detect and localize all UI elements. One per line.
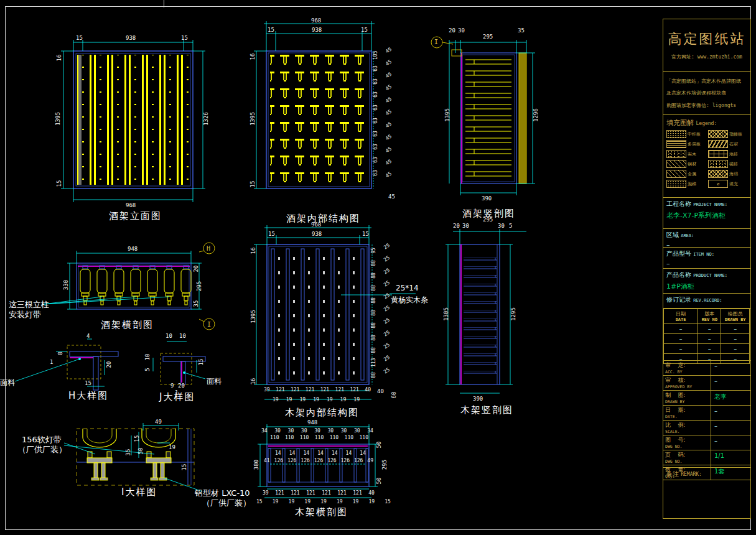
section-marker-h: H (207, 245, 210, 252)
annotation-aluminium-line2: （厂供厂装） (202, 498, 251, 509)
dim-label: 938 (312, 231, 322, 237)
dim-label: 968 (311, 221, 321, 228)
dim-label: 15 (56, 180, 62, 187)
dim-label: 49 (155, 419, 162, 425)
hatch-swatch (666, 160, 686, 168)
dim-label: 45 (388, 193, 395, 200)
rev-record-box: 修订记录 REV.RECORD: (663, 294, 751, 309)
sign-row-label: 图 号: DWG NO. (663, 435, 711, 450)
view-title: 酒架立面图 (109, 210, 162, 222)
view-wood-frame-horizontal-section: 948 343030303030303034 11011011011011011… (248, 418, 403, 523)
legend-item: 石材 (708, 140, 747, 148)
blurb-box: 「高定图纸站」高定木作品牌图纸 及高定木作培训课程模块商 购图请加老李微信: l… (663, 72, 751, 115)
dim-label: 15 (362, 231, 369, 237)
legend-item: 钢材 (666, 160, 706, 168)
project-value: 老李-X7-P系列酒柜 (666, 211, 747, 220)
hatch-swatch (666, 140, 686, 148)
rev-table-cell: – (721, 323, 750, 334)
dim-label: 50 (138, 448, 144, 455)
dim-label: 1395 (444, 108, 450, 122)
legend-grid: 中纤板 指接板 多层板 石材 实木 地砖 钢材 磁砖 金属 海绵 泡棉 ∅填充 (666, 130, 747, 188)
cad-sheet: 15 938 15 16 1395 15 1326 968 酒架立面图 (0, 0, 756, 535)
sign-row-value: – (711, 361, 750, 375)
view-detail-j: 10 10 10 5 15 9 20 1 面料 J大样图 (143, 333, 240, 406)
area-box: 区域 AREA: – (663, 229, 751, 248)
legend-item: 磁砖 (708, 160, 747, 168)
dim-label: 30 (458, 27, 465, 34)
dim-label: 968 (311, 17, 321, 24)
dim-label: 15 (268, 27, 274, 33)
dim-label: 8 (57, 351, 63, 355)
sign-row: 页 码: DWG NO. 1/1 (663, 450, 750, 465)
dim-label: 390 (482, 195, 492, 202)
dim-label: 35 (125, 449, 131, 456)
dim-label: 1395 (250, 112, 256, 126)
dim-row-bottom2: 151919191919191915 (256, 499, 391, 505)
dim-label: 15 (76, 35, 83, 41)
view-title: 酒架横剖图 (101, 319, 154, 331)
vertical-section-drawing (428, 24, 537, 221)
dim-row-bottom2: 19191919191919 (273, 397, 360, 402)
dim-label: 295 (483, 216, 493, 223)
legend-item: 中纤板 (666, 130, 706, 138)
dim-label: 30 (498, 223, 505, 229)
item-value: – (666, 259, 747, 268)
dim-label: 330 (63, 280, 69, 290)
view-wine-rack-internal: 968 15 938 15 16 1395 15 105636363636363… (248, 17, 402, 225)
brand-box: 高定图纸站 官方网址: www.zmtuzhi.com (663, 19, 751, 72)
dim-label: 1296 (533, 108, 539, 122)
dim-row-top1: 343030303030303034 (261, 428, 373, 434)
sign-row-label: 审 核: APPROVED BY (663, 376, 711, 390)
dim-label: 16 (250, 248, 256, 254)
view-wine-rack-vertical-section: I 20 30 295 35 1395 1296 390 酒架竖剖图 (428, 24, 537, 221)
hatch-swatch (708, 130, 728, 138)
view-wood-frame-vertical-section: 20 30 295 30 5 1305 1295 390 木架竖剖图 (428, 223, 543, 417)
item-label: 产品型号 ITEM NO: (666, 249, 747, 258)
dim-label: 295 (381, 460, 388, 470)
sign-row: 图 号: DWG NO. – (663, 435, 750, 450)
dim-label: 938 (312, 27, 322, 33)
view-title: I大样图 (121, 486, 157, 498)
legend-item: 海绵 (708, 170, 747, 178)
rev-table-cell: – (663, 333, 698, 344)
dim-label: 16 (250, 378, 256, 385)
dim-column-right-inner: 95888888888888888811388 (371, 246, 380, 379)
legend-title-cn: 填充图解 (666, 119, 694, 127)
dim-label: 1395 (250, 310, 256, 323)
legend-item: 实木 (666, 150, 706, 158)
sign-row-label: 审 定: ACC. BY (663, 361, 711, 375)
project-label: 工程名称 PROJECT NAME: (666, 200, 747, 208)
dim-label: 15 (268, 231, 275, 237)
rev-table-header-cell: 日期DATE (663, 309, 698, 324)
sign-rows-box: 审 定: ACC. BY – 审 核: APPROVED BY – 制 图: D… (663, 361, 751, 468)
legend-item: 指接板 (708, 130, 747, 138)
dim-label: 938 (126, 35, 136, 41)
dim-label: 15 (198, 359, 204, 366)
dim-label: 30 (462, 223, 469, 229)
rev-table-cell: – (721, 343, 750, 354)
view-detail-h: 4 8 1 20 15 面料 H大样图 (0, 333, 165, 404)
dim-label: 9 (170, 383, 174, 389)
dim-row-bottom1: 3912112112112112112140 (264, 387, 371, 393)
dim-label: 10 (179, 333, 186, 339)
title-block-panel: 高定图纸站 官方网址: www.zmtuzhi.com 「高定图纸站」高定木作品… (663, 19, 751, 526)
sign-row-value: – (711, 376, 750, 390)
section-marker-i: I (207, 321, 211, 328)
dim-label: 60 (391, 392, 397, 399)
dim-label: 15 (181, 464, 187, 471)
sign-row: 审 核: APPROVED BY – (663, 376, 750, 391)
elevation-drawing (50, 24, 212, 224)
dim-row-mid14: 14141414141414 (275, 450, 366, 456)
dim-label: 10 (166, 333, 172, 339)
view-wine-rack-horizontal-section: 948 330 20 295 35 H I 这三根立柱 安装灯带 酒架横剖图 (6, 240, 218, 339)
sign-row-label: 页 码: DWG NO. (663, 450, 711, 465)
sign-row: 制 图: DRAWN BY 老李 (663, 391, 750, 406)
dim-label: 15 (85, 380, 91, 386)
dim-label: 5 (509, 223, 512, 229)
item-no-box: 产品型号 ITEM NO: – (663, 248, 751, 269)
dim-label: 40 (377, 388, 384, 394)
legend-item: 多层板 (666, 140, 706, 148)
dim-label: 948 (307, 419, 317, 426)
hatch-swatch (666, 170, 686, 178)
dim-label: 35 (518, 27, 525, 34)
